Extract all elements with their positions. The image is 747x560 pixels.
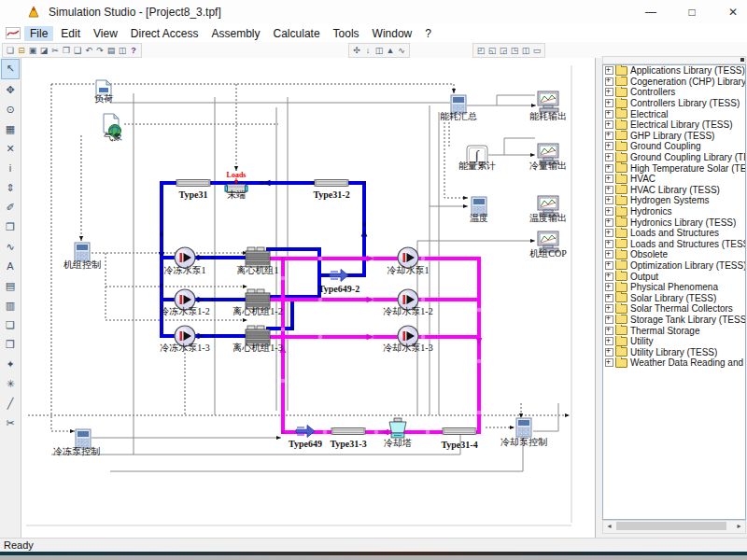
canvas-component[interactable]: 冷量输出 — [529, 144, 567, 171]
view-5-icon[interactable]: ◫ — [520, 45, 531, 56]
library-item[interactable]: Thermal Storage — [603, 325, 745, 336]
canvas-component[interactable]: Loads末端 — [225, 171, 247, 200]
library-item[interactable]: Hydronics — [603, 206, 745, 217]
close-button[interactable]: ✕ — [725, 6, 741, 19]
signal-wire[interactable] — [417, 239, 535, 243]
expand-icon[interactable] — [605, 229, 613, 237]
open-icon[interactable]: ⊟ — [16, 45, 27, 56]
canvas-component[interactable]: 冷却水泵1-3 — [383, 326, 432, 353]
zoom-icon[interactable]: ⊙ — [2, 100, 19, 119]
signal-wire[interactable] — [51, 429, 75, 433]
library-item[interactable]: Controllers Library (TESS) — [603, 98, 745, 109]
view-4-icon[interactable]: ◳ — [509, 45, 520, 56]
print-preview-icon[interactable]: ◫ — [117, 45, 128, 56]
signal-wire[interactable] — [92, 436, 281, 440]
split-window-icon[interactable]: ◫ — [374, 45, 385, 56]
grid-b-icon[interactable]: ▥ — [2, 296, 19, 315]
library-item[interactable]: GHP Library (TESS) — [603, 131, 745, 142]
copy-icon[interactable]: ❐ — [61, 45, 72, 56]
link-icon[interactable]: ∿ — [2, 237, 19, 256]
expand-icon[interactable] — [605, 250, 613, 259]
library-item[interactable]: High Temperature Solar (TESS) — [603, 162, 745, 174]
canvas-component[interactable]: ∫能量累计 — [458, 146, 496, 171]
undo-icon[interactable]: ↶ — [83, 45, 94, 56]
expand-icon[interactable] — [605, 315, 613, 324]
expand-icon[interactable] — [605, 153, 613, 161]
library-item[interactable]: Applications Library (TESS) — [603, 65, 745, 77]
grid-a-icon[interactable]: ▤ — [2, 276, 19, 295]
paste-tool-icon[interactable]: ❐ — [2, 217, 19, 236]
library-item[interactable]: Hydronics Library (TESS) — [603, 217, 745, 228]
canvas-component[interactable]: Type649-2 — [318, 270, 359, 295]
expand-icon[interactable] — [605, 66, 613, 75]
library-item[interactable]: Utility — [603, 336, 745, 347]
signal-wire[interactable] — [28, 413, 570, 417]
library-item[interactable]: Solar Library (TESS) — [603, 292, 745, 303]
signal-wire[interactable] — [486, 426, 514, 429]
stack-icon[interactable]: ❒ — [2, 335, 19, 354]
canvas-component[interactable]: 负荷 — [94, 80, 113, 104]
signal-wire[interactable] — [430, 204, 468, 208]
library-item[interactable]: Physical Phenomena — [603, 282, 745, 293]
expand-icon[interactable] — [605, 261, 613, 270]
signal-wire[interactable] — [488, 153, 535, 157]
canvas-component[interactable]: Type31-3 — [330, 428, 366, 450]
save-icon[interactable]: ▣ — [27, 45, 38, 56]
library-item[interactable]: Ground Coupling — [603, 141, 745, 152]
library-item[interactable]: Controllers — [603, 87, 745, 98]
cut-icon[interactable]: ✂ — [49, 45, 61, 56]
blue-pipe[interactable] — [268, 247, 321, 251]
expand-icon[interactable] — [605, 77, 613, 86]
menu-window[interactable]: Window — [367, 26, 418, 41]
library-item[interactable]: Hydrogen Systems — [603, 195, 745, 206]
signal-wire[interactable] — [106, 318, 247, 322]
view-1-icon[interactable]: ◰ — [475, 45, 486, 56]
library-item[interactable]: Cogeneration (CHP) Library (TESS) — [603, 77, 745, 88]
expand-icon[interactable] — [605, 142, 613, 150]
canvas-component[interactable]: 温度输出 — [529, 196, 567, 223]
canvas-component[interactable]: Type31-2 — [313, 180, 349, 201]
select-pointer-icon[interactable]: ↖ — [1, 59, 20, 79]
menu-edit[interactable]: Edit — [55, 26, 86, 41]
library-item[interactable]: Loads and Structures — [603, 228, 745, 239]
link-tool-icon[interactable]: ✣ — [351, 45, 362, 56]
minimize-button[interactable]: — — [642, 6, 659, 19]
expand-icon[interactable] — [605, 99, 613, 107]
mag-pipe[interactable] — [269, 256, 481, 262]
library-item[interactable]: HVAC — [603, 174, 745, 185]
expand-icon[interactable] — [605, 207, 613, 216]
expand-icon[interactable] — [605, 196, 613, 204]
star-icon[interactable]: ✦ — [2, 355, 19, 373]
canvas-component[interactable]: Type649 — [289, 426, 322, 450]
signal-wire[interactable] — [452, 84, 456, 93]
mag-pipe[interactable] — [269, 334, 481, 341]
print-icon[interactable]: ▤ — [106, 45, 117, 56]
menu-tools[interactable]: Tools — [328, 26, 365, 41]
signal-wire[interactable] — [467, 104, 536, 107]
expand-icon[interactable] — [605, 337, 613, 345]
scrollbar-thumb[interactable] — [616, 522, 726, 530]
expand-icon[interactable] — [605, 120, 613, 129]
expand-icon[interactable] — [605, 164, 613, 173]
assembly-canvas[interactable]: 负荷气象Type31Loads末端Type31-2能耗汇总能耗输出∫能量累计冷量… — [21, 58, 595, 538]
expand-icon[interactable] — [605, 304, 613, 313]
signal-wire[interactable] — [234, 84, 238, 171]
library-item[interactable]: Utility Library (TESS) — [603, 346, 745, 357]
menu-assembly[interactable]: Assembly — [206, 26, 266, 41]
menu-view[interactable]: View — [88, 26, 123, 41]
expand-icon[interactable] — [605, 240, 613, 248]
probe-icon[interactable]: ▲ — [385, 45, 396, 56]
image-icon[interactable]: ▦ — [2, 119, 19, 138]
canvas-component[interactable]: 气象 — [104, 114, 122, 142]
drop-tool-icon[interactable]: ↓ — [362, 45, 374, 56]
expand-icon[interactable] — [605, 218, 613, 227]
blue-pipe[interactable] — [361, 181, 368, 275]
canvas-component[interactable]: 冷却水泵1-2 — [383, 289, 432, 316]
expand-icon[interactable] — [605, 283, 613, 291]
view-3-icon[interactable]: ◲ — [498, 45, 509, 56]
scissors-icon[interactable]: ✂ — [2, 413, 19, 432]
pen-tool-icon[interactable]: ✐ — [2, 198, 19, 217]
panel-horizontal-scrollbar[interactable]: ◂ ▸ — [602, 520, 746, 534]
canvas-component[interactable]: 冷却泵控制 — [500, 418, 547, 447]
library-item[interactable]: Obsolete — [603, 249, 745, 260]
